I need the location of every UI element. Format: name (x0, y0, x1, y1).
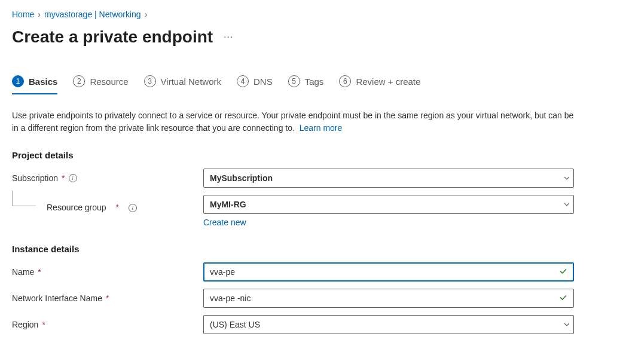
select-value: (US) East US (210, 320, 260, 329)
description: Use private endpoints to privately conne… (12, 109, 580, 134)
page-title: Create a private endpoint (12, 27, 213, 47)
create-new-row: Create new (203, 218, 608, 227)
section-project-details: Project details Subscription * i MySubsc… (12, 150, 608, 227)
input-name[interactable]: vva-pe (203, 262, 574, 282)
required-icon: * (116, 203, 119, 212)
indent-connector-icon (12, 191, 36, 206)
tab-label: Resource (90, 77, 128, 87)
check-icon (558, 267, 568, 278)
tab-dns[interactable]: 4 DNS (237, 75, 273, 94)
create-new-link[interactable]: Create new (203, 218, 246, 227)
tab-tags[interactable]: 5 Tags (288, 75, 324, 94)
info-icon[interactable]: i (129, 204, 137, 212)
required-icon: * (42, 320, 45, 329)
required-icon: * (38, 267, 41, 277)
chevron-right-icon: › (38, 10, 41, 19)
page-title-row: Create a private endpoint ··· (12, 27, 608, 47)
input-value: vva-pe -nic (210, 293, 251, 303)
info-icon[interactable]: i (69, 174, 77, 182)
required-icon: * (62, 173, 65, 183)
section-instance-details: Instance details Name * vva-pe Network I… (12, 244, 608, 334)
section-header-instance: Instance details (12, 244, 608, 254)
tab-label: Basics (29, 77, 57, 87)
input-value: vva-pe (210, 267, 235, 277)
breadcrumb-home[interactable]: Home (12, 10, 34, 19)
tab-label: DNS (254, 77, 273, 87)
required-icon: * (106, 293, 109, 303)
tab-badge: 1 (12, 75, 24, 87)
label-subscription: Subscription * i (12, 173, 203, 183)
tab-badge: 6 (339, 75, 351, 87)
tab-label: Tags (305, 77, 324, 87)
row-region: Region * (US) East US (12, 315, 608, 334)
tab-label: Virtual Network (161, 77, 221, 87)
more-icon[interactable]: ··· (224, 32, 233, 42)
learn-more-link[interactable]: Learn more (300, 123, 343, 133)
check-icon (558, 293, 568, 304)
label-name: Name * (12, 267, 203, 277)
tab-review-create[interactable]: 6 Review + create (339, 75, 420, 94)
tab-badge: 5 (288, 75, 300, 87)
tab-badge: 3 (144, 75, 156, 87)
row-nic-name: Network Interface Name * vva-pe -nic (12, 289, 608, 308)
tab-label: Review + create (356, 77, 420, 87)
breadcrumb: Home › myvastorage | Networking › (12, 10, 608, 19)
label-nic-name: Network Interface Name * (12, 293, 203, 303)
label-region: Region * (12, 320, 203, 329)
input-nic-name[interactable]: vva-pe -nic (203, 289, 574, 308)
tab-badge: 4 (237, 75, 249, 87)
tab-badge: 2 (73, 75, 85, 87)
tab-basics[interactable]: 1 Basics (12, 75, 57, 94)
tab-resource[interactable]: 2 Resource (73, 75, 128, 94)
tab-virtual-network[interactable]: 3 Virtual Network (144, 75, 221, 94)
select-value: MySubscription (210, 173, 273, 183)
select-region[interactable]: (US) East US (203, 315, 574, 334)
tabs: 1 Basics 2 Resource 3 Virtual Network 4 … (12, 75, 608, 95)
row-name: Name * vva-pe (12, 262, 608, 282)
row-subscription: Subscription * i MySubscription (12, 169, 608, 188)
description-text: Use private endpoints to privately conne… (12, 111, 573, 133)
select-value: MyMI-RG (210, 200, 246, 209)
label-resource-group: Resource group * i (12, 197, 203, 212)
section-header-project: Project details (12, 150, 608, 160)
chevron-right-icon: › (145, 10, 148, 19)
breadcrumb-storage[interactable]: myvastorage | Networking (44, 10, 141, 19)
row-resource-group: Resource group * i MyMI-RG (12, 195, 608, 214)
select-resource-group[interactable]: MyMI-RG (203, 195, 574, 214)
select-subscription[interactable]: MySubscription (203, 169, 574, 188)
